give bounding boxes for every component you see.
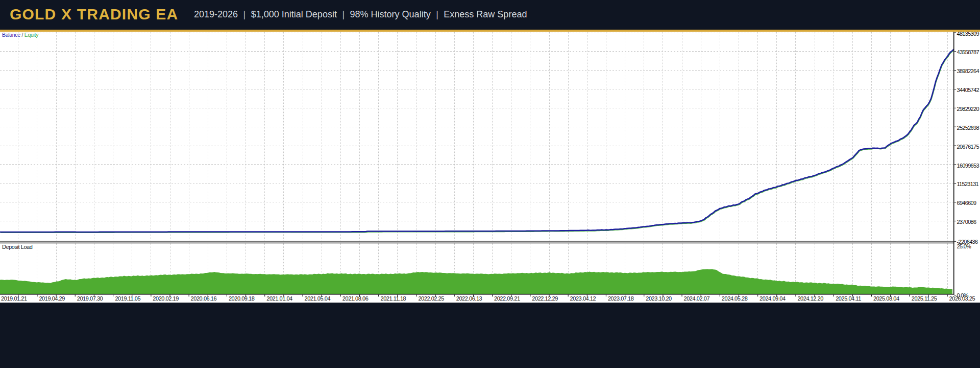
svg-text:2024.02.07: 2024.02.07 [684, 295, 710, 302]
svg-text:2020.02.19: 2020.02.19 [153, 295, 179, 302]
svg-text:25.0%: 25.0% [957, 243, 972, 249]
svg-text:2024.12.20: 2024.12.20 [797, 295, 823, 302]
svg-text:2022.06.13: 2022.06.13 [456, 295, 482, 302]
svg-text:2023.07.18: 2023.07.18 [608, 295, 634, 302]
svg-text:Deposit Load: Deposit Load [2, 244, 33, 250]
svg-text:25252698: 25252698 [957, 125, 979, 131]
svg-text:2021.01.04: 2021.01.04 [266, 295, 292, 302]
svg-text:48135309: 48135309 [957, 32, 979, 37]
svg-text:20676175: 20676175 [957, 144, 979, 150]
svg-text:2022.09.21: 2022.09.21 [494, 295, 520, 302]
svg-text:2025.04.11: 2025.04.11 [836, 295, 861, 302]
svg-text:2024.09.04: 2024.09.04 [760, 295, 786, 302]
svg-text:16099653: 16099653 [957, 163, 979, 169]
svg-text:2021.08.06: 2021.08.06 [342, 295, 369, 302]
svg-text:2022.02.25: 2022.02.25 [418, 295, 444, 302]
svg-text:43558787: 43558787 [957, 49, 979, 55]
svg-text:2020.06.16: 2020.06.16 [191, 295, 217, 302]
svg-text:2019.01.21: 2019.01.21 [1, 295, 27, 302]
svg-text:2025.08.04: 2025.08.04 [873, 295, 899, 302]
svg-text:2024.05.28: 2024.05.28 [722, 295, 748, 302]
svg-text:2370086: 2370086 [957, 219, 977, 225]
svg-text:2026.03.25: 2026.03.25 [949, 295, 975, 302]
svg-text:2019.07.30: 2019.07.30 [77, 295, 103, 302]
svg-text:2019.11.05: 2019.11.05 [115, 295, 140, 302]
svg-text:34405742: 34405742 [957, 87, 979, 93]
svg-text:2023.10.20: 2023.10.20 [646, 295, 672, 302]
svg-text:11523131: 11523131 [957, 181, 979, 187]
svg-text:2023.04.12: 2023.04.12 [570, 295, 596, 302]
svg-text:2025.11.25: 2025.11.25 [912, 295, 937, 302]
svg-text:2021.11.18: 2021.11.18 [381, 295, 406, 302]
svg-text:2019.04.29: 2019.04.29 [39, 295, 65, 302]
svg-text:38982264: 38982264 [957, 68, 979, 74]
svg-text:2020.09.18: 2020.09.18 [229, 295, 255, 302]
svg-text:29829220: 29829220 [957, 106, 979, 112]
svg-text:Balance / Equity: Balance / Equity [2, 32, 39, 38]
svg-text:2022.12.29: 2022.12.29 [532, 295, 558, 302]
svg-text:6946609: 6946609 [957, 200, 977, 206]
svg-text:2021.05.04: 2021.05.04 [305, 295, 331, 302]
